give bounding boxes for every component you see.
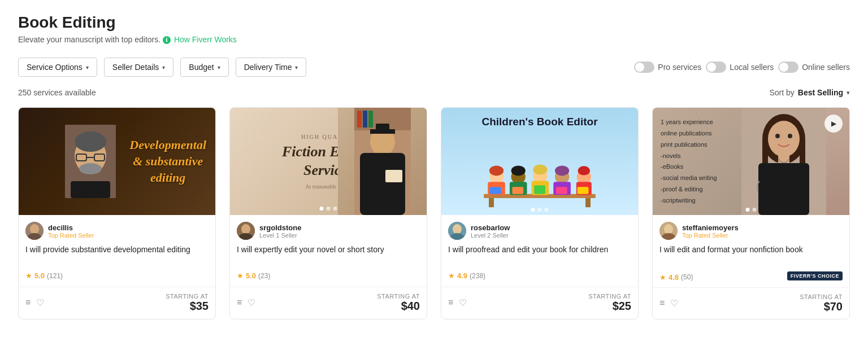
toggle-pro-services: Pro services [634, 62, 701, 73]
compare-icon[interactable]: ≡ [659, 298, 665, 309]
svg-rect-43 [490, 187, 501, 194]
svg-point-62 [664, 224, 673, 234]
chevron-down-icon: ▾ [295, 64, 298, 71]
price-area-4: STARTING AT $70 [800, 293, 843, 313]
toggle-online-sellers: Online sellers [778, 62, 850, 73]
how-fiverr-works-link[interactable]: ℹ How Fiverr Works [163, 35, 237, 44]
svg-rect-26 [489, 198, 494, 207]
cards-grid: Developmental& substantiveediting decill… [18, 107, 850, 319]
sort-by-dropdown[interactable]: Sort by Best Selling ▾ [770, 88, 850, 97]
card-body-2: srgoldstone Level 1 Seller I will expert… [230, 215, 427, 287]
seller-details-4: steffaniemoyers Top Rated Seller [682, 223, 739, 239]
seller-info-1: decillis Top Rated Seller [25, 222, 209, 240]
seller-avatar-2 [237, 222, 255, 240]
chevron-down-icon: ▾ [162, 64, 165, 71]
card-image-2: HIGH QUALITY Fiction EditingServices At … [230, 108, 427, 215]
fiverrs-choice-badge: FIVERR'S CHOICE [787, 271, 843, 280]
results-count: 250 services available [18, 88, 96, 97]
card-title-2: I will expertly edit your novel or short… [237, 244, 420, 267]
rating-row-3: ★ 4.9 (238) [448, 271, 631, 280]
svg-point-7 [79, 163, 102, 174]
compare-icon[interactable]: ≡ [25, 297, 31, 308]
seller-details-1: decillis Top Rated Seller [48, 223, 94, 239]
card-footer-4: ≡ ♡ STARTING AT $70 [653, 287, 849, 319]
card-body-4: steffaniemoyers Top Rated Seller I will … [653, 215, 849, 287]
footer-actions-3: ≡ ♡ [448, 297, 467, 308]
filter-budget[interactable]: Budget ▾ [180, 58, 228, 77]
toggle-local-sellers: Local sellers [706, 62, 774, 73]
price-area-1: STARTING AT $35 [166, 293, 209, 313]
page-subtitle: Elevate your manuscript with top editors… [18, 35, 850, 44]
results-bar: 250 services available Sort by Best Sell… [18, 88, 850, 97]
svg-rect-21 [385, 170, 402, 182]
seller-avatar-4 [659, 222, 678, 240]
card-image-3: Children's Book Editor [441, 108, 638, 215]
svg-rect-18 [360, 153, 405, 215]
seller-info-3: rosebarlow Level 2 Seller [448, 222, 631, 240]
card-title-4: I will edit and format your nonfiction b… [659, 244, 843, 267]
svg-point-41 [578, 166, 591, 176]
service-card-4[interactable]: 1 years experience online publications p… [652, 107, 850, 319]
svg-point-35 [533, 165, 547, 175]
sort-chevron-icon: ▾ [847, 89, 850, 97]
svg-rect-45 [534, 186, 545, 194]
service-card-3[interactable]: Children's Book Editor [441, 107, 639, 319]
carousel-dots-4 [746, 208, 757, 212]
carousel-dots-3 [531, 208, 549, 212]
favorite-icon[interactable]: ♡ [248, 297, 255, 308]
star-icon: ★ [448, 271, 455, 280]
favorite-icon[interactable]: ♡ [670, 298, 678, 309]
svg-point-58 [788, 134, 792, 138]
card-body-3: rosebarlow Level 2 Seller I will proofre… [441, 215, 638, 287]
compare-icon[interactable]: ≡ [237, 297, 242, 308]
card-title-1: I will provide substantive developmental… [25, 244, 209, 267]
rating-row-1: ★ 5.0 (121) [25, 271, 209, 280]
service-card-2[interactable]: HIGH QUALITY Fiction EditingServices At … [229, 107, 427, 319]
svg-rect-8 [71, 181, 110, 198]
svg-point-29 [489, 166, 504, 176]
toggles-group: Pro services Local sellers Online seller… [634, 62, 850, 73]
price-area-2: STARTING AT $40 [377, 293, 420, 313]
favorite-icon[interactable]: ♡ [459, 297, 467, 308]
carousel-dots-2 [320, 207, 337, 210]
seller-info-4: steffaniemoyers Top Rated Seller [659, 222, 843, 240]
card-image-1: Developmental& substantiveediting [19, 108, 215, 215]
filter-seller-details[interactable]: Seller Details ▾ [104, 58, 173, 77]
price-area-3: STARTING AT $25 [588, 293, 631, 313]
compare-icon[interactable]: ≡ [448, 297, 453, 308]
filters-bar: Service Options ▾ Seller Details ▾ Budge… [18, 58, 850, 77]
footer-actions-1: ≡ ♡ [25, 297, 44, 308]
svg-point-38 [555, 166, 569, 176]
rating-row-4: ★ 4.8 (50) [659, 273, 693, 282]
service-card-1[interactable]: Developmental& substantiveediting decill… [18, 107, 216, 319]
star-icon: ★ [237, 271, 244, 280]
card-body-1: decillis Top Rated Seller I will provide… [19, 215, 215, 287]
filter-service-options[interactable]: Service Options ▾ [18, 58, 97, 77]
pro-services-toggle[interactable] [634, 62, 654, 73]
favorite-icon[interactable]: ♡ [36, 297, 44, 308]
svg-rect-47 [578, 187, 589, 194]
svg-rect-15 [363, 111, 367, 128]
svg-point-23 [241, 224, 250, 234]
svg-point-32 [511, 166, 526, 176]
svg-rect-27 [585, 198, 591, 207]
seller-avatar-1 [25, 222, 44, 240]
info-icon: ℹ [163, 36, 171, 44]
card-image-4: 1 years experience online publications p… [653, 108, 849, 215]
chevron-down-icon: ▾ [86, 64, 89, 71]
filter-delivery-time[interactable]: Delivery Time ▾ [236, 58, 307, 77]
svg-point-56 [768, 121, 800, 157]
svg-rect-60 [758, 163, 809, 215]
svg-point-10 [30, 224, 39, 234]
online-sellers-toggle[interactable] [778, 62, 798, 73]
svg-rect-16 [368, 111, 373, 128]
card-footer-2: ≡ ♡ STARTING AT $40 [230, 287, 427, 318]
svg-point-49 [453, 224, 462, 234]
local-sellers-toggle[interactable] [706, 62, 726, 73]
svg-point-3 [75, 131, 106, 152]
svg-rect-14 [357, 111, 362, 128]
footer-actions-4: ≡ ♡ [659, 298, 678, 309]
seller-details-3: rosebarlow Level 2 Seller [471, 223, 510, 239]
star-icon: ★ [25, 271, 32, 280]
seller-info-2: srgoldstone Level 1 Seller [237, 222, 420, 240]
